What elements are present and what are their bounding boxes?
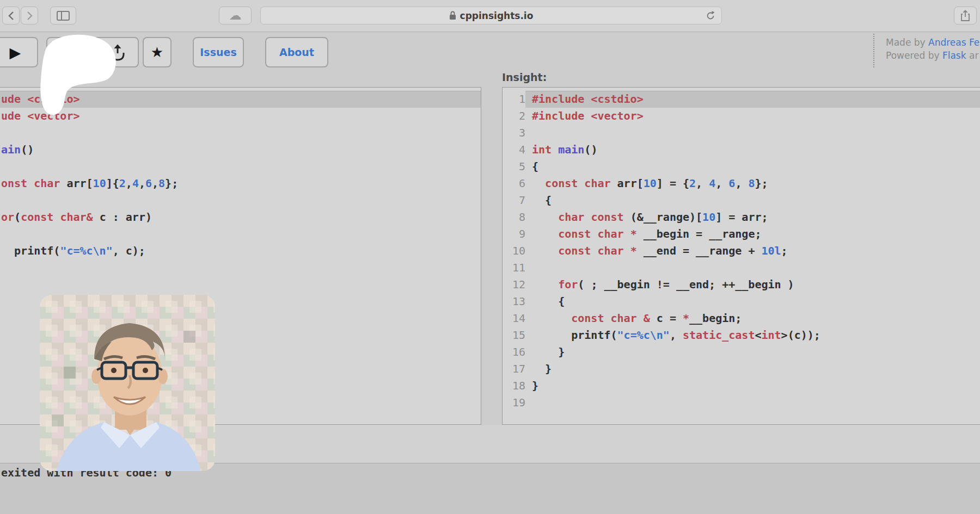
code-line-text: ain() [0, 141, 481, 158]
share-icon [960, 10, 970, 22]
line-number: 1 [503, 91, 525, 108]
address-bar[interactable]: cppinsights.io [260, 7, 722, 24]
code-line-text: char const (&__range)[10] = arr; [525, 209, 980, 226]
code-line: 11 [503, 259, 980, 276]
play-icon: ▶ [10, 45, 21, 60]
made-by-line: Made by Andreas Fe [886, 36, 980, 49]
back-button[interactable] [2, 7, 20, 24]
code-line-text: #include <cstdio> [525, 91, 980, 108]
line-number: 9 [503, 226, 525, 243]
code-line: or(const char& c : arr) [0, 209, 481, 226]
code-line-text: { [525, 192, 980, 209]
code-line: 9 const char * __begin = __range; [503, 226, 980, 243]
refresh-icon [705, 10, 716, 21]
code-line [0, 125, 481, 141]
line-number: 8 [503, 209, 525, 226]
line-number: 6 [503, 175, 525, 192]
code-line: 16 } [503, 344, 980, 361]
code-line: 4int main() [503, 141, 980, 158]
issues-button[interactable]: Issues [193, 37, 244, 67]
cloud-button[interactable]: ☁ [219, 7, 252, 24]
code-line-text: { [525, 293, 980, 310]
flask-link[interactable]: Flask [942, 50, 966, 61]
code-line-text: for( ; __begin != __end; ++__begin ) [525, 276, 980, 293]
star-icon: ★ [151, 45, 163, 59]
code-line: 5{ [503, 158, 980, 175]
line-number: 2 [503, 108, 525, 125]
code-line-text: int main() [525, 141, 980, 158]
code-line-text: } [525, 361, 980, 377]
line-number: 14 [503, 310, 525, 327]
forward-button[interactable] [21, 7, 38, 24]
code-line: 7 { [503, 192, 980, 209]
code-line-text: const char * __begin = __range; [525, 226, 980, 243]
code-line: 14 const char & c = *__begin; [503, 310, 980, 327]
credits: Made by Andreas Fe Powered by Flask ar [886, 36, 980, 62]
run-button[interactable]: ▶ [0, 37, 38, 67]
about-label: About [279, 46, 314, 58]
code-line: 1#include <cstdio> [503, 91, 980, 108]
line-number: 3 [503, 125, 525, 141]
code-line: 15 printf("c=%c\n", static_cast<int>(c))… [503, 327, 980, 344]
code-line-text: const char & c = *__begin; [525, 310, 980, 327]
chevron-left-icon [8, 11, 14, 21]
refresh-button[interactable] [705, 10, 716, 23]
code-line-text: onst char arr[10]{2,4,6,8}; [0, 175, 481, 192]
code-line-text [0, 226, 481, 243]
line-number: 12 [503, 276, 525, 293]
code-line-text [0, 192, 481, 209]
line-number: 18 [503, 377, 525, 394]
code-line: 17 } [503, 361, 980, 377]
code-line-text: } [525, 377, 980, 394]
line-number: 15 [503, 327, 525, 344]
line-number: 5 [503, 158, 525, 175]
author-link[interactable]: Andreas Fe [928, 37, 979, 48]
code-line: 6 const char arr[10] = {2, 4, 6, 8}; [503, 175, 980, 192]
line-number: 4 [503, 141, 525, 158]
code-line-text: printf("c=%c\n", static_cast<int>(c)); [525, 327, 980, 344]
code-line-text: #include <vector> [525, 108, 980, 125]
code-line: ain() [0, 141, 481, 158]
cppinsights-page: { "browser": { "url_host": "cppinsights.… [0, 0, 980, 514]
line-number: 16 [503, 344, 525, 361]
credits-divider [873, 34, 874, 67]
line-number: 13 [503, 293, 525, 310]
code-line-text [525, 259, 980, 276]
cloud-icon: ☁ [229, 9, 242, 22]
about-button[interactable]: About [265, 37, 328, 67]
share-button[interactable] [954, 7, 977, 24]
sidebar-toggle-button[interactable] [50, 7, 76, 24]
code-line-text [525, 394, 980, 411]
line-number: 17 [503, 361, 525, 377]
code-line: 10 const char * __end = __range + 10l; [503, 243, 980, 259]
code-line-text: } [525, 344, 980, 361]
white-blob-overlay [37, 32, 120, 120]
code-line-text: const char * __end = __range + 10l; [525, 243, 980, 259]
star-button[interactable]: ★ [143, 37, 171, 67]
url-text: cppinsights.io [460, 10, 534, 21]
code-line-text [525, 125, 980, 141]
chevron-right-icon [27, 11, 33, 21]
code-line: onst char arr[10]{2,4,6,8}; [0, 175, 481, 192]
insight-editor[interactable]: 1#include <cstdio>2#include <vector>34in… [502, 87, 980, 425]
code-line-text: printf("c=%c\n", c); [0, 243, 481, 259]
portrait-photo [40, 295, 215, 471]
line-number: 7 [503, 192, 525, 209]
sidebar-icon [57, 11, 70, 21]
code-line [0, 158, 481, 175]
code-line: printf("c=%c\n", c); [0, 243, 481, 259]
code-line: 2#include <vector> [503, 108, 980, 125]
code-line-text: { [525, 158, 980, 175]
code-line: 19 [503, 394, 980, 411]
insight-heading: Insight: [502, 71, 547, 83]
code-line: 13 { [503, 293, 980, 310]
portrait-illustration [40, 295, 215, 471]
code-line-text: or(const char& c : arr) [0, 209, 481, 226]
line-number: 11 [503, 259, 525, 276]
code-line: 8 char const (&__range)[10] = arr; [503, 209, 980, 226]
lock-icon [449, 11, 456, 20]
code-line: 18} [503, 377, 980, 394]
browser-chrome: ☁ cppinsights.io [0, 0, 980, 32]
code-line: 3 [503, 125, 980, 141]
code-line-text [0, 125, 481, 141]
